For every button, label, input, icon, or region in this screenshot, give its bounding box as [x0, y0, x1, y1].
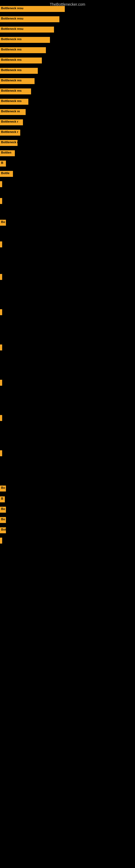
- bar-label: Bottleneck res: [0, 58, 42, 63]
- bar-label: [0, 344, 2, 350]
- bar-item: [0, 198, 2, 204]
- bar-item: Bottlen: [0, 150, 15, 156]
- bar-item: Bottleneck resu: [0, 6, 65, 12]
- bar-label: [0, 415, 2, 421]
- bar-item: Bottleneck res: [0, 58, 42, 63]
- bar-item: Bottleneck res: [0, 47, 46, 53]
- bar-item: Bottle: [0, 171, 13, 177]
- bar-item: Bottleneck res: [0, 37, 50, 43]
- bar-item: B: [0, 161, 6, 166]
- bar-item: Bottleneck res: [0, 78, 35, 84]
- bar-label: Bot: [0, 527, 6, 533]
- bar-item: [0, 450, 2, 456]
- bar-label: [0, 198, 2, 204]
- bar-item: Bottleneck r: [0, 119, 23, 125]
- bar-item: Bo: [0, 486, 6, 492]
- bar-label: B: [0, 496, 5, 502]
- bar-item: Bo: [0, 517, 6, 523]
- bar-item: Bottleneck resu: [0, 27, 54, 33]
- bar-item: Bottleneck res: [0, 88, 31, 94]
- bar-item: Bot: [0, 527, 6, 533]
- bar-label: Bottleneck res: [0, 68, 38, 74]
- bar-item: Bottleneck res: [0, 99, 28, 105]
- bar-label: Bo: [0, 220, 6, 226]
- bar-label: Bottleneck res: [0, 47, 46, 53]
- bar-label: Bottleneck resu: [0, 6, 65, 12]
- bar-item: Bottleneck r: [0, 130, 20, 135]
- bar-label: Bottleneck resu: [0, 27, 54, 33]
- bar-label: Bottleneck r: [0, 130, 20, 135]
- bar-item: Bottleneck n: [0, 140, 17, 146]
- bar-item: [0, 309, 2, 315]
- bar-item: [0, 241, 2, 247]
- bar-item: B: [0, 496, 5, 502]
- bar-item: Bo: [0, 220, 6, 226]
- bar-label: [0, 380, 2, 386]
- bar-label: Bottleneck re: [0, 109, 26, 115]
- bar-label: Bottleneck res: [0, 37, 50, 43]
- bar-label: [0, 181, 2, 187]
- bar-label: Bottleneck r: [0, 119, 23, 125]
- bar-item: Bottleneck res: [0, 68, 38, 74]
- bar-label: Bottleneck res: [0, 88, 31, 94]
- bar-label: Bottlen: [0, 150, 15, 156]
- bar-label: Bo: [0, 486, 6, 492]
- bar-label: Bottleneck n: [0, 140, 17, 146]
- bar-item: [0, 181, 2, 187]
- bar-label: [0, 241, 2, 247]
- bar-label: [0, 538, 2, 544]
- bar-item: [0, 415, 2, 421]
- bar-item: Bottleneck re: [0, 109, 26, 115]
- bar-label: [0, 450, 2, 456]
- bar-label: Bottle: [0, 171, 13, 177]
- bar-label: Bo: [0, 517, 6, 523]
- bar-label: Bottleneck res: [0, 78, 35, 84]
- bar-item: [0, 274, 2, 280]
- bar-label: Bottleneck resu: [0, 16, 59, 22]
- bar-label: Bo: [0, 507, 6, 513]
- bar-item: [0, 344, 2, 350]
- bar-label: B: [0, 161, 6, 166]
- bar-item: [0, 380, 2, 386]
- bar-label: Bottleneck res: [0, 99, 28, 105]
- bar-label: [0, 274, 2, 280]
- bar-item: Bottleneck resu: [0, 16, 59, 22]
- bar-label: [0, 309, 2, 315]
- bar-item: [0, 538, 2, 544]
- chart-area: TheBottlenecker.com Bottleneck resuBottl…: [0, 0, 135, 868]
- bar-item: Bo: [0, 507, 6, 513]
